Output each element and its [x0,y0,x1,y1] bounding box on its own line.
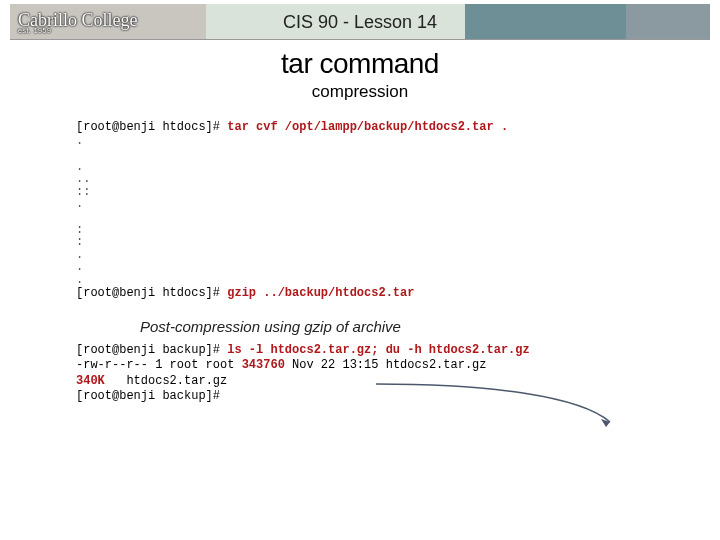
ellipsis-line: :: [76,186,720,199]
page-subtitle: compression [0,82,720,102]
prompt: [root@benji backup]# [76,343,227,357]
ellipsis-line: .. [76,173,720,186]
file-size-human: 340K [76,374,105,388]
prompt: [root@benji backup]# [76,389,220,403]
ellipsis-line: . [76,161,720,174]
du-output-suffix: htdocs2.tar.gz [105,374,227,388]
ellipsis-line [76,211,720,224]
ellipsis-line [76,148,720,161]
ellipsis-line: . [76,261,720,274]
prompt: [root@benji htdocs]# [76,286,227,300]
ls-du-command: ls -l htdocs2.tar.gz; du -h htdocs2.tar.… [227,343,529,357]
prompt: [root@benji htdocs]# [76,120,227,134]
terminal-line-gzip: [root@benji htdocs]# gzip ../backup/htdo… [76,286,720,301]
terminal-result: [root@benji backup]# ls -l htdocs2.tar.g… [76,343,720,404]
terminal-line-tar: [root@benji htdocs]# tar cvf /opt/lampp/… [76,120,720,135]
ellipsis-line: . [76,135,720,148]
ellipsis-line: . [76,198,720,211]
header-banner: Cabrillo College est. 1959 CIS 90 - Less… [10,4,710,40]
ellipsis-line: : [76,224,720,237]
output-ellipsis: . ...::. : :... [0,135,720,286]
page-title: tar command [0,48,720,80]
file-size-bytes: 343760 [242,358,285,372]
tar-command: tar cvf /opt/lampp/backup/htdocs2.tar . [227,120,508,134]
ellipsis-line: . [76,249,720,262]
lesson-title: CIS 90 - Lesson 14 [10,12,710,33]
gzip-command: gzip ../backup/htdocs2.tar [227,286,414,300]
caption-text: Post-compression using gzip of archive [140,318,720,335]
ls-output-prefix: -rw-r--r-- 1 root root [76,358,242,372]
ellipsis-line: . [76,274,720,287]
ls-output-suffix: Nov 22 13:15 htdocs2.tar.gz [285,358,487,372]
ellipsis-line: : [76,236,720,249]
